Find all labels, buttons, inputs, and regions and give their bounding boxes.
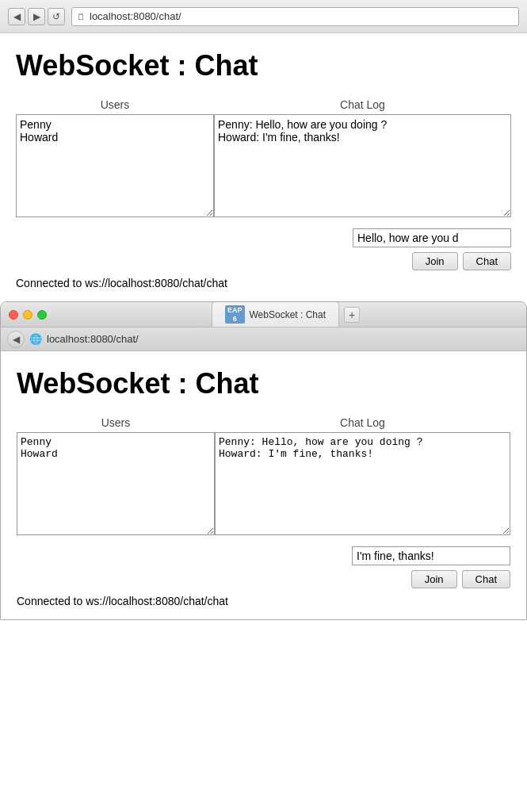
browser2-users-textarea[interactable]: Penny Howard [17,432,215,535]
browser2-chatlog-col: Chat Log Penny: Hello, how are you doing… [215,416,510,538]
browser2-chatlog-label: Chat Log [215,416,510,429]
browser2-page-title: WebSocket : Chat [17,367,510,400]
forward-button[interactable]: ▶ [28,8,45,25]
back-button[interactable]: ◀ [8,8,25,25]
browser1-users-col: Users Penny Howard [16,98,214,220]
browser1-chatlog-col: Chat Log Penny: Hello, how are you doing… [214,98,511,220]
browser2-chat-layout: Users Penny Howard Chat Log Penny: Hello… [17,416,510,538]
browser1-chat-button[interactable]: Chat [463,252,511,270]
browser2-title-bar: EAP6 WebSocket : Chat + [1,302,526,327]
browser2-users-label: Users [17,416,215,429]
reload-button[interactable]: ↺ [48,8,65,25]
mac-tab-area: EAP6 WebSocket : Chat + [53,301,518,327]
mac-new-tab-button[interactable]: + [344,307,360,323]
mac-eap-badge: EAP6 [225,305,245,324]
browser1-page: WebSocket : Chat Users Penny Howard Chat… [0,33,527,301]
mac-tab-websocket[interactable]: EAP6 WebSocket : Chat [212,301,339,327]
browser1-address-bar[interactable]: 🗒 localhost:8080/chat/ [71,7,519,26]
browser2-buttons-row: Join Chat [17,570,510,588]
browser2-status: Connected to ws://localhost:8080/chat/ch… [17,595,510,607]
mac-maximize-button[interactable] [37,310,47,320]
browser1-page-title: WebSocket : Chat [16,49,511,82]
mac-tab-label: WebSocket : Chat [250,309,327,320]
browser1-chat-layout: Users Penny Howard Chat Log Penny: Hello… [16,98,511,220]
browser1-buttons-row: Join Chat [16,252,511,270]
mac-back-button[interactable]: ◀ [7,331,25,348]
browser1-users-textarea[interactable]: Penny Howard [16,114,214,217]
page-icon: 🗒 [77,12,86,21]
browser1-users-label: Users [16,98,214,111]
browser2-chatlog-textarea[interactable]: Penny: Hello, how are you doing ? Howard… [215,432,510,535]
mac-minimize-button[interactable] [23,310,32,320]
browser2-page: WebSocket : Chat Users Penny Howard Chat… [1,351,526,619]
browser2-url: localhost:8080/chat/ [47,333,139,345]
browser1-input-row [16,228,511,247]
browser2-users-col: Users Penny Howard [17,416,215,538]
browser2-address-bar: ◀ 🌐 localhost:8080/chat/ [1,327,526,351]
browser2-join-button[interactable]: Join [411,570,457,588]
browser1-url: localhost:8080/chat/ [90,10,181,22]
browser1-message-input[interactable] [353,228,511,247]
mac-close-button[interactable] [9,310,18,320]
browser1-chrome: ◀ ▶ ↺ 🗒 localhost:8080/chat/ [0,0,527,33]
browser1-chatlog-textarea[interactable]: Penny: Hello, how are you doing ? Howard… [214,114,511,217]
browser2-input-row [17,546,510,565]
browser2-message-input[interactable] [352,546,510,565]
browser1-chatlog-label: Chat Log [214,98,511,111]
browser1-nav-buttons: ◀ ▶ ↺ [8,8,65,25]
browser2-window: EAP6 WebSocket : Chat + ◀ 🌐 localhost:80… [0,301,527,620]
globe-icon: 🌐 [29,333,42,345]
browser1-status: Connected to ws://localhost:8080/chat/ch… [16,277,511,289]
browser1-join-button[interactable]: Join [412,252,458,270]
mac-window-buttons [9,310,47,320]
browser2-chat-button[interactable]: Chat [462,570,510,588]
